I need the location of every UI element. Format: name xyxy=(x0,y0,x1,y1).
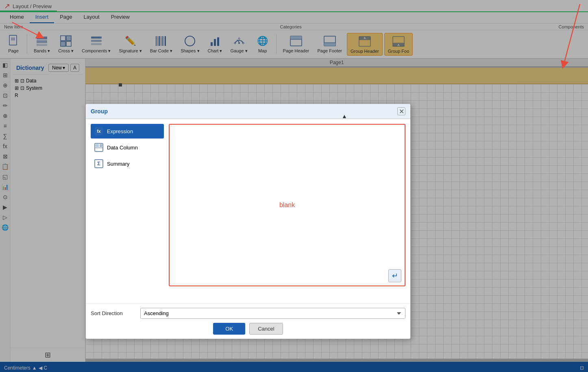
modal-title: Group xyxy=(91,108,108,115)
btn-ok[interactable]: OK xyxy=(213,323,245,335)
modal-group: Group ✕ fx Expression xyxy=(85,104,411,339)
modal-header: Group ✕ xyxy=(86,104,410,119)
modal-right: blank ↵ xyxy=(169,124,405,298)
summary-icon: Σ xyxy=(94,159,104,169)
expr-blank-text: blank xyxy=(279,201,295,209)
data-column-label: Data Column xyxy=(107,145,138,151)
sort-direction-label: Sort Direction xyxy=(91,310,135,316)
sort-direction-select[interactable]: Ascending Descending xyxy=(140,308,405,319)
summary-label: Summary xyxy=(107,161,130,167)
svg-text:Σ: Σ xyxy=(97,160,100,167)
modal-footer: Sort Direction Ascending Descending OK C… xyxy=(86,303,410,339)
btn-row: OK Cancel xyxy=(91,323,405,335)
modal-option-data-column[interactable]: Data Column xyxy=(91,140,164,155)
modal-option-expression[interactable]: fx Expression xyxy=(91,124,164,138)
modal-body: fx Expression Data Column xyxy=(86,119,410,303)
btn-cancel[interactable]: Cancel xyxy=(249,323,283,335)
expression-icon: fx xyxy=(94,126,104,136)
sort-row: Sort Direction Ascending Descending xyxy=(91,308,405,319)
svg-rect-50 xyxy=(100,144,102,147)
expr-corner-btn[interactable]: ↵ xyxy=(388,269,401,282)
data-column-icon xyxy=(94,143,104,152)
modal-close-btn[interactable]: ✕ xyxy=(397,107,405,115)
svg-text:fx: fx xyxy=(97,129,101,134)
expression-label: Expression xyxy=(107,128,133,134)
modal-option-summary[interactable]: Σ Summary xyxy=(91,156,164,171)
modal-options-list: fx Expression Data Column xyxy=(91,124,164,298)
svg-rect-49 xyxy=(96,144,99,147)
expression-box[interactable]: blank ↵ xyxy=(169,124,405,286)
modal-overlay: Group ✕ fx Expression xyxy=(0,0,588,372)
